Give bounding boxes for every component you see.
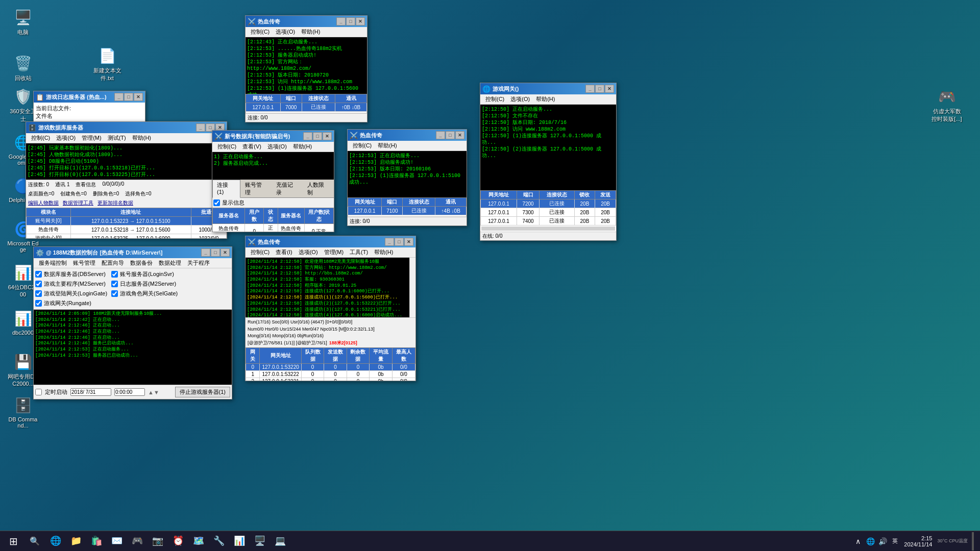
mir-control-min[interactable]: _ xyxy=(201,248,210,257)
show-info-checkbox[interactable] xyxy=(213,199,220,206)
hotblood-top-titlebar[interactable]: ⚔️ 热血传奇 _ □ ✕ xyxy=(246,16,367,27)
game-gateway-menu-ctrl[interactable]: 控制(C) xyxy=(482,95,507,104)
desktop-icon-fake-uni[interactable]: 🎮 仿虚大军数控时装版[...] xyxy=(929,84,965,125)
signin-db-menu-help[interactable]: 帮助(H) xyxy=(290,142,315,151)
mir-menu-about[interactable]: 关于程序 xyxy=(184,259,213,267)
hm-menu-tools[interactable]: 工具(T) xyxy=(347,248,371,257)
table-row[interactable]: 0 127.0.0.1:53220 0 0 0 0b 0/0 xyxy=(246,364,415,371)
show-desktop-btn[interactable] xyxy=(972,532,974,550)
desktop-icon-new-txt[interactable]: 📄 新建文本文件.txt xyxy=(89,43,125,84)
hotblood-top-menu-ctrl[interactable]: 控制(C) xyxy=(248,28,273,36)
tray-volume[interactable]: 🔊 xyxy=(877,532,888,550)
game-log-titlebar[interactable]: 📋 游戏日志服务器 (热血...) _ □ ✕ xyxy=(34,91,145,103)
signin-db-menu-view[interactable]: 查看(V) xyxy=(239,142,264,151)
mir-control-max[interactable]: □ xyxy=(211,248,220,257)
tab-limit[interactable]: 人数限制 xyxy=(303,180,334,197)
game-db-titlebar[interactable]: 🗄️ 游戏数据库服务器 _ □ ✕ xyxy=(26,122,227,133)
hotblood-top-menu-help[interactable]: 帮助(H) xyxy=(298,28,323,36)
signin-db-menu-opt[interactable]: 选项(O) xyxy=(264,142,290,151)
table-row[interactable]: 127.0.0.1 7400 已连接 20B 20B xyxy=(481,217,616,226)
table-row[interactable]: 游戏中心[0] 127.0.0.1:53225 → 127.0.0.1:6000… xyxy=(27,234,227,239)
table-row[interactable]: 127.0.0.1 7100 已连接 ↑4B ↓0B xyxy=(348,207,467,215)
game-db-menu-opt[interactable]: 选项(O) xyxy=(53,134,79,142)
tab-connect[interactable]: 连接 (1) xyxy=(212,180,240,198)
cb-loginsvr-input[interactable] xyxy=(111,271,118,278)
cb-logingate-input[interactable] xyxy=(35,290,42,297)
mir-control-close[interactable]: ✕ xyxy=(220,248,230,257)
schedule-time-input[interactable] xyxy=(114,388,145,396)
mir-menu-server[interactable]: 服务端控制 xyxy=(36,259,70,267)
cb-selgate-input[interactable] xyxy=(111,290,118,297)
hm-menu-mgmt[interactable]: 管理(M) xyxy=(321,248,347,257)
hotblood-mid-max[interactable]: □ xyxy=(446,131,455,139)
hotblood-mid-min[interactable]: _ xyxy=(436,131,445,139)
hotblood-mid-close[interactable]: ✕ xyxy=(455,131,464,139)
signin-db-min[interactable]: _ xyxy=(303,132,312,140)
taskbar-item-xbox[interactable]: 🎮 xyxy=(128,532,147,550)
game-log-min[interactable]: _ xyxy=(114,93,124,101)
hotblood-mid-menu-help[interactable]: 帮助(H) xyxy=(375,141,400,150)
game-db-menu-mgmt[interactable]: 管理(M) xyxy=(79,134,105,142)
game-gateway-menu-opt[interactable]: 选项(O) xyxy=(507,95,533,104)
hotblood-main-scrollbar[interactable] xyxy=(409,258,415,317)
taskbar-item-mail[interactable]: ✉️ xyxy=(107,532,127,550)
schedule-date-input[interactable] xyxy=(70,388,111,396)
game-gateway-menu-help[interactable]: 帮助(H) xyxy=(533,95,558,104)
game-gateway-scrollbar[interactable] xyxy=(480,226,616,232)
cb-rungate-input[interactable] xyxy=(35,300,42,307)
mir-menu-backup[interactable]: 数据备份 xyxy=(127,259,156,267)
taskbar-clock[interactable]: 2:15 2024/11/14 xyxy=(902,535,934,547)
table-row[interactable]: 账号网关[0] 127.0.0.1:53223 → 127.0.0.1:5100 xyxy=(27,217,227,226)
table-row[interactable]: 2 127.0.0.1:53221 0 0 0 0b 0/0 xyxy=(246,378,415,381)
hotblood-main-titlebar[interactable]: ⚔️ 热血传奇 _ □ ✕ xyxy=(246,236,415,247)
game-gateway-max[interactable]: □ xyxy=(595,85,604,93)
hotblood-mid-titlebar[interactable]: ⚔️ 热血传奇 _ □ ✕ xyxy=(348,130,467,141)
game-db-menu-ctrl[interactable]: 控制(C) xyxy=(28,134,53,142)
game-gateway-min[interactable]: _ xyxy=(585,85,595,93)
taskbar-item-store[interactable]: 🛍️ xyxy=(87,532,106,550)
hotblood-mid-menu-ctrl[interactable]: 控制(C) xyxy=(350,141,375,150)
desktop-icon-recycle[interactable]: 🗑️ 回收站 xyxy=(5,51,41,84)
hm-menu-view[interactable]: 查看(I) xyxy=(273,248,295,257)
mir-menu-proc[interactable]: 数据处理 xyxy=(156,259,184,267)
hotblood-main-min[interactable]: _ xyxy=(385,238,394,246)
table-row[interactable]: 1 127.0.0.1:53222 0 0 0 0b 0/0 xyxy=(246,371,415,378)
signin-db-menu-ctrl[interactable]: 控制(C) xyxy=(214,142,239,151)
tray-network[interactable]: 🌐 xyxy=(865,532,875,550)
tray-hidden[interactable]: ∧ xyxy=(853,532,863,550)
stop-server-btn[interactable]: 停止游戏服务器(1) xyxy=(175,387,230,397)
table-row[interactable]: 127.0.0.1 7300 已连接 20B 20B xyxy=(481,208,616,217)
tab-account-mgmt[interactable]: 账号管理 xyxy=(240,180,272,197)
taskbar-item-photos[interactable]: 📷 xyxy=(148,532,167,550)
taskbar-item-app2[interactable]: 📊 xyxy=(230,532,249,550)
taskbar-item-explorer[interactable]: 📁 xyxy=(66,532,86,550)
hotblood-main-max[interactable]: □ xyxy=(395,238,404,246)
mir-control-titlebar[interactable]: ⚙️ @ 188M2数据控制台 [热血传奇 D:\MirServer\] _ □… xyxy=(34,247,232,258)
table-row[interactable]: 热血传奇[DB] 0 正常 热血传奇 0 0 正常 xyxy=(213,223,334,232)
taskbar-item-app1[interactable]: 🔧 xyxy=(209,532,229,550)
schedule-spinner[interactable]: ▲▼ xyxy=(148,389,159,395)
table-row[interactable]: 热血传奇 127.0.0.1:53218 → 127.0.0.1:5600 10… xyxy=(27,226,227,234)
taskbar-search[interactable]: 🔍 xyxy=(26,532,44,550)
game-gateway-close[interactable]: ✕ xyxy=(605,85,614,93)
hotblood-top-close[interactable]: ✕ xyxy=(356,17,365,26)
hotblood-main-close[interactable]: ✕ xyxy=(404,238,413,246)
taskbar-item-app4[interactable]: 💻 xyxy=(271,532,290,550)
tab-recharge[interactable]: 充值记录 xyxy=(272,180,303,197)
cb-m2server-input[interactable] xyxy=(35,281,42,287)
cb-dbserver-input[interactable] xyxy=(35,271,42,278)
game-db-menu-help[interactable]: 帮助(H) xyxy=(129,134,154,142)
mir-menu-config[interactable]: 配置向导 xyxy=(99,259,127,267)
schedule-checkbox[interactable] xyxy=(35,389,42,395)
taskbar-item-app3[interactable]: 🖥️ xyxy=(250,532,270,550)
mir-menu-account[interactable]: 账号管理 xyxy=(70,259,99,267)
table-row[interactable]: 127.0.0.1 7200 已连接 20B 20B xyxy=(481,199,616,208)
signin-db-close[interactable]: ✕ xyxy=(323,132,332,140)
game-log-max[interactable]: □ xyxy=(124,93,133,101)
game-db-min[interactable]: _ xyxy=(196,123,205,132)
tray-lang[interactable]: 英 xyxy=(890,532,900,550)
hotblood-top-max[interactable]: □ xyxy=(346,17,355,26)
hotblood-top-min[interactable]: _ xyxy=(336,17,346,26)
game-log-close[interactable]: ✕ xyxy=(134,93,143,101)
game-db-menu-test[interactable]: 测试(T) xyxy=(105,134,129,142)
